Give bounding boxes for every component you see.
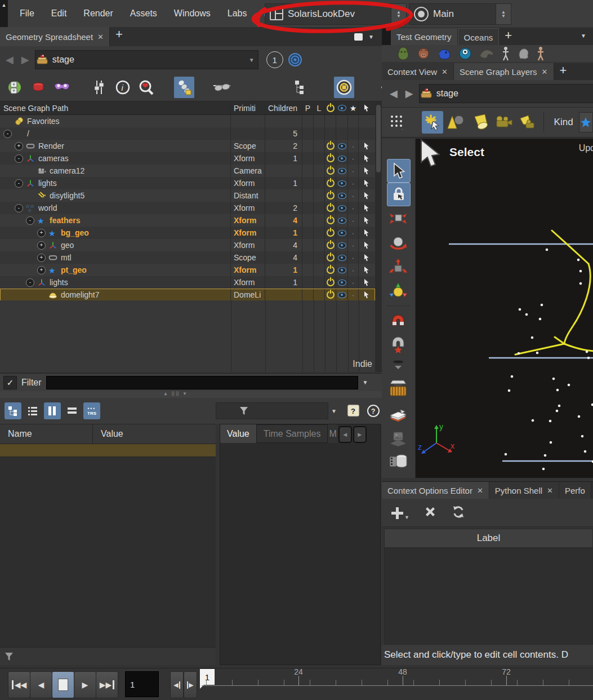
star-toggle[interactable]: · — [348, 189, 359, 202]
background-image-icon[interactable] — [387, 427, 409, 450]
chevron-down-icon[interactable]: ▼ — [246, 57, 258, 63]
tree-header[interactable]: Scene Graph Path Primiti Children P L ★ — [0, 101, 375, 115]
testgeo-mannequin-icon[interactable] — [501, 46, 510, 61]
tab-context-view[interactable]: Context View✕ — [382, 63, 454, 80]
back-arrow-icon[interactable]: ◀ — [3, 54, 16, 66]
menu-item[interactable]: File — [11, 8, 43, 19]
selectable-toggle[interactable] — [359, 227, 375, 239]
help-circle-icon[interactable]: ? — [365, 402, 382, 419]
network-path-field[interactable]: stage — [419, 84, 593, 103]
refresh-button[interactable] — [451, 504, 466, 521]
trs-filter-icon[interactable]: ▪▪▪TRS — [83, 402, 100, 419]
selectable-toggle[interactable] — [359, 115, 375, 127]
col-path[interactable]: Scene Graph Path — [0, 101, 231, 114]
testgeo-head-icon[interactable] — [517, 46, 529, 61]
selected-attribute-row[interactable] — [0, 444, 216, 457]
star-toggle[interactable]: · — [348, 251, 359, 264]
collapse-expand-icon[interactable]: ++ — [5, 77, 25, 98]
tab-metadata-truncated[interactable]: M — [328, 424, 337, 443]
activation-toggle[interactable] — [325, 202, 336, 214]
expand-toggle[interactable]: - — [15, 179, 23, 188]
star-toggle[interactable]: · — [348, 227, 359, 239]
delete-option-button[interactable] — [424, 506, 436, 520]
activation-toggle[interactable] — [325, 276, 336, 289]
star-toggle[interactable]: · — [348, 140, 359, 152]
activation-toggle[interactable] — [325, 177, 336, 189]
selectable-toggle[interactable] — [359, 214, 375, 227]
filter-history-icon[interactable]: ▼ — [363, 379, 368, 386]
link-chain-icon[interactable] — [173, 76, 195, 99]
col-l[interactable]: L — [314, 101, 325, 114]
table-row[interactable]: -lights Xform 1 · — [0, 177, 375, 189]
selectable-toggle[interactable] — [359, 289, 375, 301]
col-star-icon[interactable]: ★ — [348, 101, 359, 114]
new-tab-button[interactable]: + — [110, 27, 128, 46]
pane-menu-icon[interactable]: ▼ — [368, 34, 374, 40]
playhead-flag[interactable]: 1 — [200, 669, 215, 685]
snapping-options-icon[interactable] — [387, 333, 409, 355]
menu-item[interactable]: Labs — [219, 8, 256, 19]
star-toggle[interactable]: · — [348, 276, 359, 289]
select-prims-icon[interactable] — [422, 111, 443, 134]
timeline-ruler[interactable] — [202, 685, 593, 686]
target-icon[interactable] — [333, 76, 355, 99]
col-visibility-icon[interactable] — [336, 101, 348, 114]
activation-toggle[interactable] — [325, 214, 336, 227]
kind-dropdown[interactable] — [579, 112, 593, 132]
visibility-toggle[interactable] — [336, 264, 348, 276]
tab-scene-graph-layers[interactable]: Scene Graph Layers✕ — [454, 63, 554, 80]
close-icon[interactable]: ✕ — [442, 68, 448, 76]
stop-button[interactable] — [52, 671, 74, 698]
testgeo-pighead-icon[interactable] — [417, 47, 430, 60]
info-icon[interactable]: i — [113, 77, 133, 98]
shelf-tab-test-geometry[interactable]: Test Geometry — [391, 28, 458, 45]
table-row[interactable]: -cameras Xform 1 · — [0, 152, 375, 165]
material-book-icon[interactable] — [387, 405, 409, 427]
expand-toggle[interactable]: - — [15, 154, 23, 163]
filter-menu-icon[interactable]: ▼ — [331, 408, 337, 414]
step-forward-button[interactable]: ▶ — [184, 671, 197, 698]
activation-toggle[interactable] — [325, 239, 336, 251]
testgeo-rubbertoy-icon[interactable] — [396, 46, 410, 61]
star-toggle[interactable]: · — [348, 152, 359, 165]
play-backward-button[interactable]: ◀ — [30, 671, 52, 698]
shelf-new-tab-button[interactable]: + — [499, 28, 518, 45]
visibility-toggle[interactable] — [336, 127, 348, 140]
forward-arrow-icon[interactable]: ▶ — [403, 87, 416, 100]
scene-viewport[interactable]: Select Upd y z x — [382, 139, 593, 478]
tab-performance-truncated[interactable]: Perfo — [559, 482, 591, 499]
back-arrow-icon[interactable]: ◀ — [387, 87, 400, 100]
viewport-update-mode[interactable]: Upd — [579, 143, 593, 153]
selectable-toggle[interactable] — [359, 276, 375, 289]
attributes-filter-bar[interactable] — [0, 647, 216, 665]
jump-end-button[interactable]: ▶▶ — [96, 671, 118, 698]
expand-toggle[interactable]: + — [15, 142, 23, 150]
selectable-toggle[interactable] — [359, 140, 375, 152]
table-row[interactable]: -/ 5 — [0, 127, 375, 140]
network-path-field[interactable]: stage ▼ — [35, 50, 258, 69]
rows-view-icon[interactable] — [64, 402, 81, 419]
link-number-badge[interactable]: 1 — [266, 51, 283, 68]
activation-toggle[interactable] — [325, 152, 336, 165]
snapping-icon[interactable] — [387, 309, 409, 331]
col-value[interactable]: Value — [93, 424, 216, 444]
expand-toggle[interactable]: + — [37, 254, 46, 262]
play-forward-button[interactable]: ▶ — [74, 671, 96, 698]
activation-toggle[interactable] — [325, 115, 336, 127]
selectable-toggle[interactable] — [359, 165, 375, 177]
tab-context-options-editor[interactable]: Context Options Editor✕ — [382, 482, 489, 499]
expand-toggle[interactable]: - — [26, 278, 34, 287]
close-icon[interactable]: ✕ — [542, 68, 548, 76]
selectable-toggle[interactable] — [359, 251, 375, 264]
glasses-icon[interactable] — [212, 77, 232, 98]
visibility-toggle[interactable] — [336, 251, 348, 264]
expand-toggle[interactable]: - — [3, 130, 12, 138]
testgeo-human-icon[interactable] — [536, 46, 545, 61]
visibility-toggle[interactable] — [336, 177, 348, 189]
col-name[interactable]: Name — [0, 424, 93, 444]
table-row[interactable]: Favorites — [0, 115, 375, 127]
table-row[interactable]: -lights Xform 1 · — [0, 276, 375, 289]
options-list-area[interactable] — [384, 548, 593, 645]
tree-view-icon[interactable] — [5, 402, 21, 419]
selectable-toggle[interactable] — [359, 127, 375, 140]
